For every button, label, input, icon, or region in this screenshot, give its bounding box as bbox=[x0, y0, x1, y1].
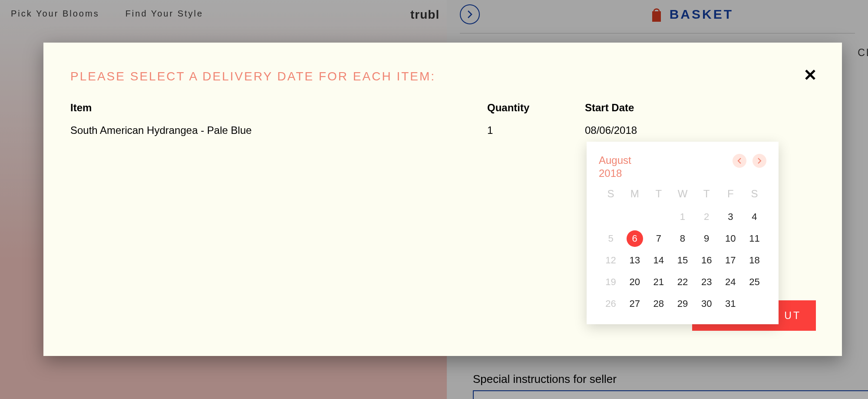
calendar-day[interactable]: 7 bbox=[647, 231, 670, 246]
delivery-date-modal: PLEASE SELECT A DELIVERY DATE FOR EACH I… bbox=[43, 43, 842, 356]
calendar-dow: M bbox=[623, 188, 647, 203]
calendar-day[interactable]: 28 bbox=[647, 296, 670, 311]
calendar-day[interactable]: 16 bbox=[695, 253, 719, 268]
col-item: Item bbox=[70, 102, 487, 114]
calendar-month-year: August 2018 bbox=[599, 154, 631, 180]
table-row: South American Hydrangea - Pale Blue 1 0… bbox=[70, 124, 815, 136]
calendar-blank bbox=[647, 209, 670, 224]
calendar-day[interactable]: 18 bbox=[743, 253, 766, 268]
calendar-day[interactable]: 30 bbox=[695, 296, 719, 311]
calendar-day: 19 bbox=[599, 275, 623, 289]
chevron-left-icon bbox=[737, 158, 742, 164]
close-modal-button[interactable] bbox=[805, 67, 816, 84]
calendar-day[interactable]: 31 bbox=[719, 296, 743, 311]
calendar-day[interactable]: 11 bbox=[743, 231, 766, 246]
calendar-blank bbox=[599, 209, 623, 224]
calendar-day[interactable]: 25 bbox=[743, 275, 766, 289]
calendar-prev-button[interactable] bbox=[733, 154, 746, 168]
table-header: Item Quantity Start Date bbox=[70, 102, 815, 114]
calendar-next-button[interactable] bbox=[752, 154, 766, 168]
date-picker: August 2018 SMTWTFS123456789101112131415… bbox=[587, 142, 779, 324]
chevron-right-icon bbox=[757, 158, 762, 164]
calendar-day[interactable]: 15 bbox=[670, 253, 694, 268]
calendar-day[interactable]: 24 bbox=[719, 275, 743, 289]
calendar-day[interactable]: 13 bbox=[623, 253, 647, 268]
item-qty: 1 bbox=[487, 124, 585, 136]
calendar-day[interactable]: 27 bbox=[623, 296, 647, 311]
calendar-day[interactable]: 10 bbox=[719, 231, 743, 246]
calendar-day[interactable]: 29 bbox=[670, 296, 694, 311]
calendar-header: August 2018 bbox=[599, 154, 766, 180]
close-icon bbox=[805, 69, 816, 80]
calendar-day[interactable]: 4 bbox=[743, 209, 766, 224]
calendar-dow: S bbox=[743, 188, 766, 203]
items-table: Item Quantity Start Date South American … bbox=[70, 102, 815, 136]
item-date[interactable]: 08/06/2018 bbox=[585, 124, 815, 136]
col-start-date: Start Date bbox=[585, 102, 815, 114]
calendar-dow: W bbox=[670, 188, 694, 203]
calendar-day[interactable]: 22 bbox=[670, 275, 694, 289]
calendar-nav bbox=[733, 154, 766, 168]
calendar-day[interactable]: 6 bbox=[627, 230, 643, 247]
calendar-blank bbox=[623, 209, 647, 224]
col-quantity: Quantity bbox=[487, 102, 585, 114]
calendar-day: 5 bbox=[599, 231, 623, 246]
calendar-dow: F bbox=[719, 188, 743, 203]
calendar-day: 1 bbox=[670, 209, 694, 224]
calendar-grid: SMTWTFS123456789101112131415161718192021… bbox=[599, 188, 766, 311]
calendar-day[interactable]: 3 bbox=[719, 209, 743, 224]
calendar-day[interactable]: 21 bbox=[647, 275, 670, 289]
modal-title: PLEASE SELECT A DELIVERY DATE FOR EACH I… bbox=[70, 70, 815, 83]
calendar-day[interactable]: 20 bbox=[623, 275, 647, 289]
calendar-dow: T bbox=[695, 188, 719, 203]
calendar-month: August bbox=[599, 154, 631, 167]
calendar-day: 12 bbox=[599, 253, 623, 268]
calendar-day: 2 bbox=[695, 209, 719, 224]
calendar-day: 26 bbox=[599, 296, 623, 311]
calendar-dow: T bbox=[647, 188, 670, 203]
calendar-day[interactable]: 8 bbox=[670, 231, 694, 246]
checkout-label-fragment: UT bbox=[784, 310, 801, 322]
calendar-day[interactable]: 17 bbox=[719, 253, 743, 268]
calendar-day[interactable]: 14 bbox=[647, 253, 670, 268]
calendar-day[interactable]: 23 bbox=[695, 275, 719, 289]
calendar-day[interactable]: 9 bbox=[695, 231, 719, 246]
calendar-year: 2018 bbox=[599, 167, 631, 180]
calendar-dow: S bbox=[599, 188, 623, 203]
item-name: South American Hydrangea - Pale Blue bbox=[70, 124, 487, 136]
